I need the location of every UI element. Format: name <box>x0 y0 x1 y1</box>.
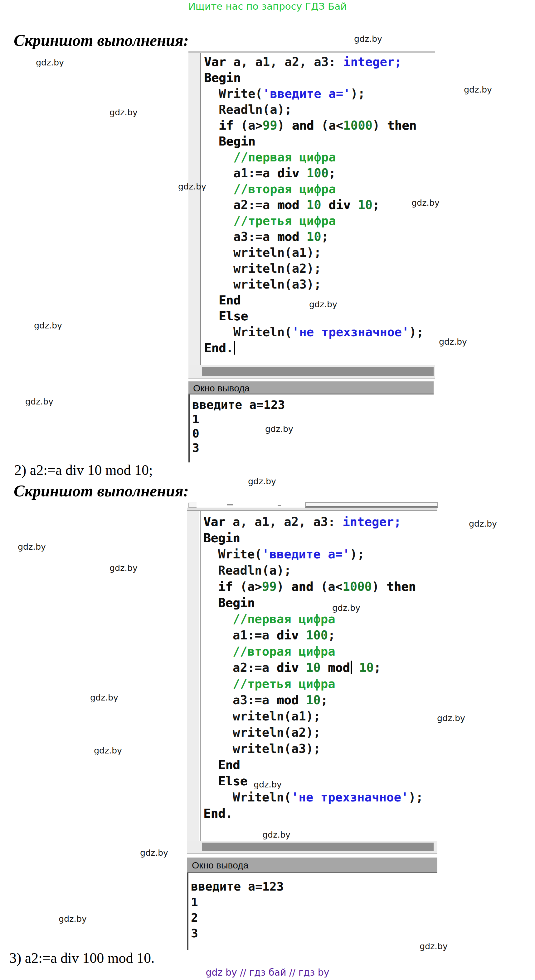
code-line: Begin <box>204 70 424 86</box>
code-token <box>352 660 359 675</box>
code-line: a3:=a mod 10; <box>204 229 424 245</box>
code-token: a2:=a <box>204 198 277 212</box>
code-line: writeln(a2); <box>204 261 424 277</box>
code-token <box>204 309 219 323</box>
code-token: integer; <box>343 515 401 529</box>
code-token: 10 <box>306 693 321 707</box>
code-token: 'не трехзначное' <box>291 790 409 804</box>
code-token: ; <box>321 230 329 244</box>
code-token: ) <box>372 118 387 132</box>
code-token: ); <box>408 790 423 804</box>
watermark: gdz.by <box>309 299 337 309</box>
code-token: div <box>329 198 350 212</box>
watermark: gdz.by <box>248 476 276 486</box>
code-line: Begin <box>203 530 423 546</box>
code-line: Else <box>203 773 423 789</box>
code-token: //вторая цифра <box>233 182 336 196</box>
code-token <box>203 644 233 659</box>
code-token: writeln(a2); <box>204 261 321 275</box>
code-line: Begin <box>203 595 423 611</box>
watermark: gdz.by <box>412 198 439 208</box>
code-token: writeln(a2); <box>203 725 321 740</box>
code-token: ; <box>329 166 336 180</box>
output-window-titlebar: Окно вывода <box>187 857 438 873</box>
output-line: 2 <box>191 910 438 926</box>
watermark: gdz.by <box>34 321 62 330</box>
output-text-area: введите a=123103 <box>188 395 434 463</box>
code-token: Else <box>218 774 248 788</box>
code-line: a1:=a div 100; <box>203 627 423 643</box>
code-line: a2:=a mod 10 div 10; <box>204 197 424 213</box>
code-line: //третья цифра <box>204 213 424 229</box>
code-token <box>204 150 233 164</box>
code-token: End <box>219 293 241 307</box>
code-token: (a< <box>314 118 343 132</box>
watermark: gdz.by <box>469 519 497 528</box>
watermark: gdz.by <box>439 337 467 347</box>
code-token <box>299 230 306 244</box>
code-token: End <box>203 807 225 821</box>
watermark: gdz.by <box>354 34 382 44</box>
window-top-border <box>188 51 435 53</box>
watermark: gdz.by <box>59 914 87 924</box>
code-token: div <box>277 628 299 642</box>
horizontal-scrollbar-thumb[interactable] <box>202 367 434 376</box>
code-line: if (a>99) and (a<1000) then <box>204 118 424 134</box>
watermark: gdz.by <box>36 58 64 67</box>
code-text-area[interactable]: Var a, a1, a2, a3: integer;Begin Write('… <box>203 514 423 822</box>
watermark: gdz.by <box>178 182 206 191</box>
code-token: mod <box>277 230 299 244</box>
gutter-border-line <box>200 511 201 841</box>
code-line: Begin <box>204 134 424 149</box>
output-line: 1 <box>192 412 434 426</box>
code-line: End. <box>204 340 424 356</box>
code-token <box>321 198 329 212</box>
code-token <box>351 198 358 212</box>
code-token <box>204 118 219 132</box>
code-token: End <box>218 758 240 772</box>
code-line: //первая цифра <box>204 149 424 165</box>
code-token: 10 <box>307 198 321 212</box>
code-token: if <box>218 579 233 593</box>
code-token: 10 <box>306 660 321 675</box>
code-token: ); <box>351 87 365 101</box>
output-window-1: Окно вывода введите a=123103 <box>188 381 434 463</box>
code-line: Var a, a1, a2, a3: integer; <box>203 514 423 530</box>
code-token: Begin <box>203 531 240 545</box>
code-line: //вторая цифра <box>203 643 423 660</box>
code-token: End <box>204 341 226 355</box>
code-token <box>203 596 218 610</box>
code-token: Var <box>203 515 225 529</box>
code-line: a2:=a div 10 mod 10; <box>203 660 423 676</box>
code-token <box>204 182 233 196</box>
code-line: Writeln('не трехзначное'); <box>203 789 423 805</box>
output-line: 1 <box>191 894 438 910</box>
code-token: 1000 <box>343 579 372 593</box>
code-line: //первая цифра <box>203 611 423 627</box>
code-token: . <box>226 341 233 355</box>
code-text-area[interactable]: Var a, a1, a2, a3: integer;Begin Write('… <box>204 54 424 356</box>
caption-screenshot-1: Скриншот выполнения: <box>14 31 189 49</box>
code-token <box>204 214 233 228</box>
watermark: gdz.by <box>25 397 53 406</box>
code-line: if (a>99) and (a<1000) then <box>203 579 423 595</box>
horizontal-scrollbar-thumb[interactable] <box>202 843 434 851</box>
watermark: gdz.by <box>94 746 122 755</box>
code-token: integer; <box>343 55 402 69</box>
code-line: Else <box>204 308 424 324</box>
code-token: 100 <box>306 628 328 642</box>
code-token: a3:=a <box>203 693 277 707</box>
cutoff-window-mark <box>278 505 281 506</box>
gutter-border-line <box>200 53 201 365</box>
code-token: then <box>387 118 417 132</box>
code-token: if <box>219 118 233 132</box>
output-line: 3 <box>191 926 438 941</box>
code-token: ; <box>328 628 335 642</box>
code-line: a3:=a mod 10; <box>203 692 423 708</box>
output-window-title: Окно вывода <box>193 383 249 393</box>
code-token: a3:=a <box>204 230 277 244</box>
code-editor-window-2: Var a, a1, a2, a3: integer;Begin Write('… <box>187 502 438 855</box>
code-token: Write( <box>203 547 262 561</box>
footer-credit-text: gdz by // гдз бай // гдз by <box>0 967 535 978</box>
code-token: (a> <box>233 118 263 132</box>
